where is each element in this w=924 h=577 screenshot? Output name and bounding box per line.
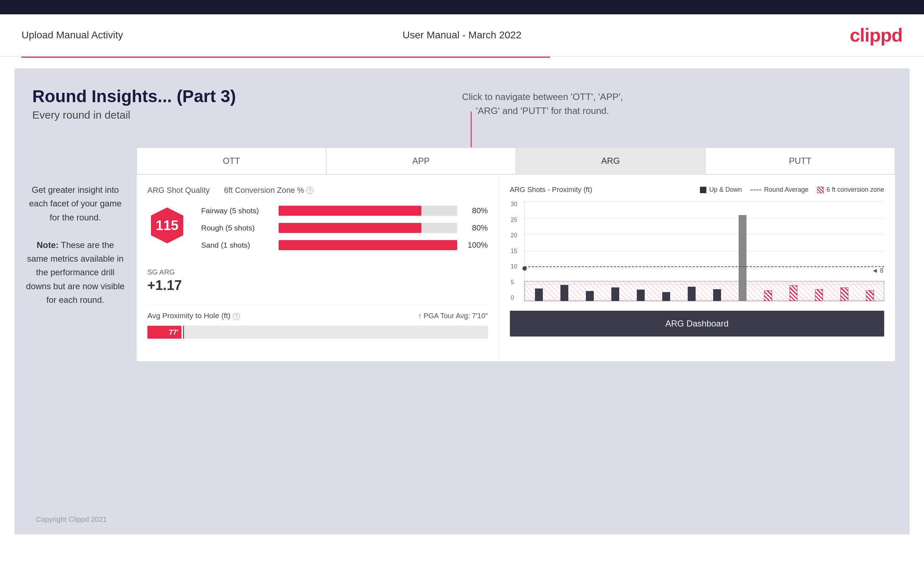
tab-content: ARG Shot Quality 6ft Conversion Zone % ? (137, 175, 895, 361)
proximity-bar-container: 77' (147, 326, 488, 338)
sg-section: SG ARG +1.17 (147, 268, 488, 293)
sg-value: +1.17 (147, 278, 488, 293)
tab-app[interactable]: APP (326, 148, 516, 174)
legend-conversion-label: 6 ft conversion zone (827, 186, 884, 193)
bar-13 (833, 287, 856, 301)
bar-solid-3 (586, 291, 594, 301)
proximity-label: Avg Proximity to Hole (ft) ? (147, 311, 240, 320)
conversion-label: 6ft Conversion Zone % ? (224, 185, 314, 195)
shot-quality-bars: Fairway (5 shots) 80% Rough (5 shots) (201, 206, 488, 257)
legend-up-down: Up & Down (700, 186, 742, 193)
bar-9 (731, 215, 754, 301)
fairway-bar-fill (279, 206, 421, 216)
legend-square-dark (700, 187, 706, 193)
bar-12 (807, 289, 830, 301)
bar-solid-6 (662, 292, 670, 301)
bar-7 (680, 287, 703, 301)
bar-4 (603, 287, 627, 301)
score-section: 115 Fairway (5 shots) 80% (147, 206, 488, 257)
rough-row: Rough (5 shots) 80% (201, 223, 488, 233)
fairway-bar-container (279, 206, 457, 216)
bar-solid-1 (535, 288, 543, 301)
chart-header: ARG Shots - Proximity (ft) Up & Down Rou… (510, 185, 884, 194)
top-bar (0, 0, 924, 15)
proximity-fill: 77' (147, 326, 181, 338)
insight-para1: Get greater insight into each facet of y… (25, 183, 126, 224)
conversion-text: 6ft Conversion Zone % (224, 185, 304, 195)
bar-10 (756, 290, 780, 301)
upload-manual-label: Upload Manual Activity (21, 29, 123, 41)
main-card: OTT APP ARG PUTT ARG Shot Quality 6ft Co… (136, 147, 895, 362)
chart-wrapper: 30 25 20 15 10 5 0 (510, 201, 884, 301)
sand-bar-container (279, 240, 457, 250)
reference-line: ◄ 8 (525, 266, 884, 274)
bar-solid-4 (611, 287, 619, 301)
insight-para2: Note: These are the same metrics availab… (25, 239, 126, 307)
right-panel: ARG Shots - Proximity (ft) Up & Down Rou… (499, 175, 895, 361)
fairway-label: Fairway (5 shots) (201, 206, 273, 215)
y-label-10: 10 (511, 263, 517, 270)
tab-bar: OTT APP ARG PUTT (137, 148, 895, 175)
hexagon-container: 115 (147, 206, 187, 245)
bar-3 (578, 291, 601, 301)
bar-5 (629, 290, 652, 301)
sand-bar-fill (279, 240, 457, 250)
reference-dot (522, 266, 527, 271)
bar-11 (782, 285, 805, 301)
proximity-section: Avg Proximity to Hole (ft) ? ↑ PGA Tour … (147, 304, 488, 338)
sand-row: Sand (1 shots) 100% (201, 240, 488, 250)
rough-pct: 80% (463, 223, 488, 232)
proximity-value: 77' (169, 328, 179, 337)
footer-copyright: Copyright Clippd 2021 (36, 515, 107, 524)
sg-label: SG ARG (147, 268, 488, 276)
y-label-25: 25 (511, 217, 517, 223)
bar-solid-8 (713, 289, 721, 301)
legend-up-down-label: Up & Down (709, 186, 742, 193)
proximity-help-icon[interactable]: ? (233, 313, 240, 320)
y-label-30: 30 (511, 201, 517, 208)
fairway-pct: 80% (463, 206, 488, 215)
left-panel: ARG Shot Quality 6ft Conversion Zone % ? (137, 175, 499, 361)
y-label-0: 0 (511, 295, 517, 301)
fairway-row: Fairway (5 shots) 80% (201, 206, 488, 216)
chart-area: 30 25 20 15 10 5 0 (524, 201, 884, 301)
reference-value: ◄ 8 (870, 267, 885, 274)
y-axis: 30 25 20 15 10 5 0 (511, 201, 517, 301)
legend-conversion-zone: 6 ft conversion zone (817, 186, 884, 193)
legend-round-avg: Round Average (750, 186, 809, 193)
help-icon[interactable]: ? (306, 187, 313, 194)
bar-solid-2 (561, 285, 568, 301)
y-label-5: 5 (511, 279, 517, 285)
pga-tour-avg: ↑ PGA Tour Avg: 7'10" (418, 312, 488, 320)
chart-title: ARG Shots - Proximity (ft) (510, 185, 592, 194)
chart-legend: Up & Down Round Average 6 ft conversion … (700, 186, 884, 193)
bar-hatched-4 (840, 287, 848, 301)
bar-hatched-1 (764, 290, 772, 301)
tab-putt[interactable]: PUTT (705, 148, 895, 174)
bar-hatched-5 (866, 290, 874, 301)
bar-1 (527, 288, 551, 301)
shot-quality-label: ARG Shot Quality (147, 185, 210, 195)
proximity-header: Avg Proximity to Hole (ft) ? ↑ PGA Tour … (147, 311, 488, 320)
y-label-15: 15 (511, 248, 517, 255)
score-hexagon: 115 (147, 206, 187, 245)
arg-dashboard-button[interactable]: ARG Dashboard (510, 311, 884, 337)
legend-round-avg-label: Round Average (764, 186, 809, 193)
bar-8 (705, 289, 729, 301)
bar-hatched-2 (790, 285, 798, 301)
bar-6 (654, 292, 678, 301)
bar-solid-5 (637, 290, 645, 301)
panel-header: ARG Shot Quality 6ft Conversion Zone % ? (147, 185, 488, 195)
y-label-20: 20 (511, 232, 517, 239)
tab-ott[interactable]: OTT (137, 148, 326, 174)
main-content: Round Insights... (Part 3) Every round i… (15, 68, 909, 534)
clippd-logo: clippd (850, 24, 903, 46)
legend-square-light (817, 187, 824, 193)
bar-2 (553, 285, 576, 301)
sand-pct: 100% (463, 240, 488, 250)
tab-arg[interactable]: ARG (516, 148, 706, 174)
bar-tall (738, 215, 746, 301)
doc-title: User Manual - March 2022 (403, 29, 521, 41)
legend-dashed (750, 190, 761, 190)
rough-bar-container (279, 223, 457, 233)
